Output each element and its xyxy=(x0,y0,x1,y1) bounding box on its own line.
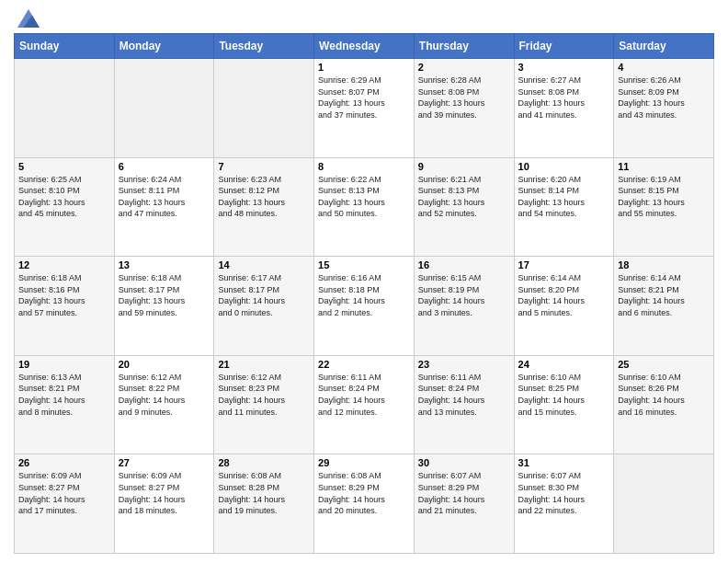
day-number: 8 xyxy=(318,161,410,172)
calendar-cell: 25Sunrise: 6:10 AM Sunset: 8:26 PM Dayli… xyxy=(614,355,714,454)
day-number: 7 xyxy=(218,161,310,172)
column-header-thursday: Thursday xyxy=(414,34,514,59)
day-number: 18 xyxy=(618,259,710,270)
day-number: 15 xyxy=(318,259,410,270)
calendar-cell: 10Sunrise: 6:20 AM Sunset: 8:14 PM Dayli… xyxy=(514,157,614,257)
calendar-cell: 14Sunrise: 6:17 AM Sunset: 8:17 PM Dayli… xyxy=(214,257,314,356)
day-info: Sunrise: 6:23 AM Sunset: 8:12 PM Dayligh… xyxy=(218,174,310,220)
day-info: Sunrise: 6:09 AM Sunset: 8:27 PM Dayligh… xyxy=(18,470,110,516)
day-info: Sunrise: 6:07 AM Sunset: 8:30 PM Dayligh… xyxy=(518,470,610,516)
day-number: 21 xyxy=(218,359,310,370)
day-info: Sunrise: 6:08 AM Sunset: 8:28 PM Dayligh… xyxy=(218,470,310,516)
day-info: Sunrise: 6:28 AM Sunset: 8:08 PM Dayligh… xyxy=(418,75,510,121)
calendar-cell: 2Sunrise: 6:28 AM Sunset: 8:08 PM Daylig… xyxy=(414,59,514,158)
column-header-sunday: Sunday xyxy=(15,34,115,59)
day-info: Sunrise: 6:08 AM Sunset: 8:29 PM Dayligh… xyxy=(318,470,410,516)
column-header-wednesday: Wednesday xyxy=(314,34,415,59)
calendar-week-row: 26Sunrise: 6:09 AM Sunset: 8:27 PM Dayli… xyxy=(15,454,714,554)
day-info: Sunrise: 6:15 AM Sunset: 8:19 PM Dayligh… xyxy=(418,272,510,318)
header xyxy=(14,9,714,28)
day-number: 6 xyxy=(119,161,210,172)
day-info: Sunrise: 6:21 AM Sunset: 8:13 PM Dayligh… xyxy=(418,174,510,220)
calendar-week-row: 19Sunrise: 6:13 AM Sunset: 8:21 PM Dayli… xyxy=(15,355,714,454)
day-number: 27 xyxy=(119,457,210,468)
calendar-cell xyxy=(15,59,115,158)
calendar-cell: 5Sunrise: 6:25 AM Sunset: 8:10 PM Daylig… xyxy=(15,157,115,257)
calendar-week-row: 1Sunrise: 6:29 AM Sunset: 8:07 PM Daylig… xyxy=(15,59,714,158)
day-info: Sunrise: 6:20 AM Sunset: 8:14 PM Dayligh… xyxy=(518,174,610,220)
calendar-cell: 12Sunrise: 6:18 AM Sunset: 8:16 PM Dayli… xyxy=(15,257,115,356)
day-info: Sunrise: 6:14 AM Sunset: 8:21 PM Dayligh… xyxy=(618,272,710,318)
day-number: 23 xyxy=(418,359,510,370)
calendar-cell xyxy=(214,59,314,158)
day-info: Sunrise: 6:14 AM Sunset: 8:20 PM Dayligh… xyxy=(518,272,610,318)
calendar-cell: 30Sunrise: 6:07 AM Sunset: 8:29 PM Dayli… xyxy=(414,454,514,554)
day-info: Sunrise: 6:29 AM Sunset: 8:07 PM Dayligh… xyxy=(318,75,410,121)
day-info: Sunrise: 6:27 AM Sunset: 8:08 PM Dayligh… xyxy=(518,75,610,121)
page: SundayMondayTuesdayWednesdayThursdayFrid… xyxy=(0,0,728,563)
day-number: 3 xyxy=(518,62,610,73)
calendar-cell: 28Sunrise: 6:08 AM Sunset: 8:28 PM Dayli… xyxy=(214,454,314,554)
calendar-cell: 18Sunrise: 6:14 AM Sunset: 8:21 PM Dayli… xyxy=(614,257,714,356)
day-number: 2 xyxy=(418,62,510,73)
day-number: 16 xyxy=(418,259,510,270)
day-info: Sunrise: 6:11 AM Sunset: 8:24 PM Dayligh… xyxy=(318,372,410,418)
day-number: 9 xyxy=(418,161,510,172)
calendar-cell: 16Sunrise: 6:15 AM Sunset: 8:19 PM Dayli… xyxy=(414,257,514,356)
column-header-tuesday: Tuesday xyxy=(214,34,314,59)
logo xyxy=(14,9,40,28)
column-header-monday: Monday xyxy=(114,34,214,59)
day-number: 24 xyxy=(518,359,610,370)
day-number: 19 xyxy=(18,359,110,370)
column-header-friday: Friday xyxy=(514,34,614,59)
day-info: Sunrise: 6:17 AM Sunset: 8:17 PM Dayligh… xyxy=(218,272,310,318)
day-info: Sunrise: 6:18 AM Sunset: 8:17 PM Dayligh… xyxy=(119,272,210,318)
day-info: Sunrise: 6:22 AM Sunset: 8:13 PM Dayligh… xyxy=(318,174,410,220)
calendar-cell: 31Sunrise: 6:07 AM Sunset: 8:30 PM Dayli… xyxy=(514,454,614,554)
day-info: Sunrise: 6:18 AM Sunset: 8:16 PM Dayligh… xyxy=(18,272,110,318)
day-number: 13 xyxy=(119,259,210,270)
calendar-cell: 1Sunrise: 6:29 AM Sunset: 8:07 PM Daylig… xyxy=(314,59,415,158)
day-info: Sunrise: 6:12 AM Sunset: 8:22 PM Dayligh… xyxy=(119,372,210,418)
day-info: Sunrise: 6:25 AM Sunset: 8:10 PM Dayligh… xyxy=(18,174,110,220)
day-number: 26 xyxy=(18,457,110,468)
day-number: 22 xyxy=(318,359,410,370)
calendar-week-row: 12Sunrise: 6:18 AM Sunset: 8:16 PM Dayli… xyxy=(15,257,714,356)
calendar-cell: 3Sunrise: 6:27 AM Sunset: 8:08 PM Daylig… xyxy=(514,59,614,158)
calendar-cell: 27Sunrise: 6:09 AM Sunset: 8:27 PM Dayli… xyxy=(114,454,214,554)
day-number: 31 xyxy=(518,457,610,468)
calendar-cell: 7Sunrise: 6:23 AM Sunset: 8:12 PM Daylig… xyxy=(214,157,314,257)
calendar-cell: 8Sunrise: 6:22 AM Sunset: 8:13 PM Daylig… xyxy=(314,157,415,257)
calendar-cell: 22Sunrise: 6:11 AM Sunset: 8:24 PM Dayli… xyxy=(314,355,415,454)
calendar-header-row: SundayMondayTuesdayWednesdayThursdayFrid… xyxy=(15,34,714,59)
calendar-cell: 15Sunrise: 6:16 AM Sunset: 8:18 PM Dayli… xyxy=(314,257,415,356)
day-number: 14 xyxy=(218,259,310,270)
calendar-cell: 20Sunrise: 6:12 AM Sunset: 8:22 PM Dayli… xyxy=(114,355,214,454)
calendar-cell: 6Sunrise: 6:24 AM Sunset: 8:11 PM Daylig… xyxy=(114,157,214,257)
day-info: Sunrise: 6:07 AM Sunset: 8:29 PM Dayligh… xyxy=(418,470,510,516)
day-info: Sunrise: 6:10 AM Sunset: 8:26 PM Dayligh… xyxy=(618,372,710,418)
calendar-week-row: 5Sunrise: 6:25 AM Sunset: 8:10 PM Daylig… xyxy=(15,157,714,257)
calendar-table: SundayMondayTuesdayWednesdayThursdayFrid… xyxy=(14,33,714,554)
day-info: Sunrise: 6:19 AM Sunset: 8:15 PM Dayligh… xyxy=(618,174,710,220)
calendar-cell: 17Sunrise: 6:14 AM Sunset: 8:20 PM Dayli… xyxy=(514,257,614,356)
day-number: 4 xyxy=(618,62,710,73)
calendar-cell: 29Sunrise: 6:08 AM Sunset: 8:29 PM Dayli… xyxy=(314,454,415,554)
day-number: 10 xyxy=(518,161,610,172)
day-info: Sunrise: 6:09 AM Sunset: 8:27 PM Dayligh… xyxy=(119,470,210,516)
calendar-cell: 19Sunrise: 6:13 AM Sunset: 8:21 PM Dayli… xyxy=(15,355,115,454)
day-number: 25 xyxy=(618,359,710,370)
calendar-cell: 11Sunrise: 6:19 AM Sunset: 8:15 PM Dayli… xyxy=(614,157,714,257)
calendar-cell: 26Sunrise: 6:09 AM Sunset: 8:27 PM Dayli… xyxy=(15,454,115,554)
day-number: 30 xyxy=(418,457,510,468)
calendar-cell: 13Sunrise: 6:18 AM Sunset: 8:17 PM Dayli… xyxy=(114,257,214,356)
day-info: Sunrise: 6:16 AM Sunset: 8:18 PM Dayligh… xyxy=(318,272,410,318)
day-info: Sunrise: 6:10 AM Sunset: 8:25 PM Dayligh… xyxy=(518,372,610,418)
day-number: 5 xyxy=(18,161,110,172)
calendar-cell: 24Sunrise: 6:10 AM Sunset: 8:25 PM Dayli… xyxy=(514,355,614,454)
day-number: 1 xyxy=(318,62,410,73)
column-header-saturday: Saturday xyxy=(614,34,714,59)
day-info: Sunrise: 6:11 AM Sunset: 8:24 PM Dayligh… xyxy=(418,372,510,418)
day-info: Sunrise: 6:13 AM Sunset: 8:21 PM Dayligh… xyxy=(18,372,110,418)
day-number: 11 xyxy=(618,161,710,172)
